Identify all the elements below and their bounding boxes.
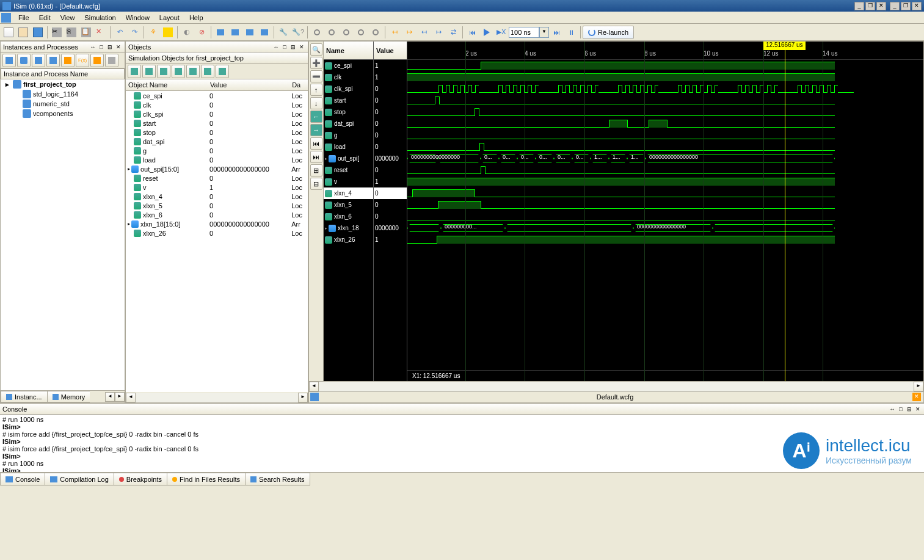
wave-tab-close-icon[interactable]: ✕ (912, 393, 921, 401)
object-row[interactable]: load0Loc (126, 155, 308, 164)
wave-hscroll-right[interactable]: ► (914, 382, 923, 391)
wave-signal-row[interactable] (407, 176, 923, 187)
run-time-dropdown[interactable]: ▼ (539, 27, 549, 38)
obj-btn-2[interactable] (142, 65, 156, 78)
inst-btn-2[interactable] (17, 54, 31, 67)
menu-window[interactable]: Window (121, 13, 155, 23)
new-button[interactable] (2, 26, 15, 39)
wave-name-header[interactable]: Name (324, 42, 373, 60)
wave-signal-value[interactable]: 1 (374, 176, 407, 187)
zoom-fit-button[interactable] (340, 26, 353, 39)
run-time-input[interactable] (509, 27, 539, 38)
tab-search-results[interactable]: Search Results (245, 473, 310, 485)
wave-signal-row[interactable] (407, 211, 923, 222)
wave-signal-name[interactable]: dat_spi (324, 118, 373, 129)
run-for-button[interactable]: ▶Ⅹ (495, 26, 508, 39)
open-button[interactable] (16, 26, 30, 39)
console-close-icon[interactable]: ✕ (914, 405, 922, 413)
obj-float-icon[interactable]: ↔ (272, 43, 280, 51)
wave-signal-row[interactable] (407, 60, 923, 71)
wave-ruler[interactable]: 12.516667 us 2 us4 us6 us8 us10 us12 us1… (407, 42, 923, 60)
object-row[interactable]: clk0Loc (126, 100, 308, 109)
wave-value-header[interactable]: Value (374, 42, 407, 60)
zoom-cursor-button[interactable] (354, 26, 368, 39)
wave-signal-value[interactable]: 0 (374, 164, 407, 176)
console-max-icon[interactable]: □ (897, 405, 904, 413)
tab-breakpoints[interactable]: Breakpoints (114, 473, 167, 485)
object-row[interactable]: g0Loc (126, 146, 308, 155)
wave-btn-search[interactable]: 🔍 (310, 43, 322, 56)
cancel-button[interactable]: ⊘ (195, 26, 208, 39)
obj-col-value[interactable]: Value (208, 79, 289, 90)
wave-signal-value[interactable]: 1 (374, 60, 407, 71)
object-row[interactable]: ▸xlxn_18[15:0]0000000000000000Arr (126, 219, 308, 228)
wave-btn-del[interactable]: ➖ (310, 70, 322, 82)
menu-view[interactable]: View (56, 13, 80, 23)
wave-tab-label[interactable]: Default.wcfg (320, 392, 910, 402)
step-button[interactable]: ⏭ (550, 26, 563, 39)
console-pin-icon[interactable]: ⊟ (906, 405, 913, 413)
wave-signal-row[interactable] (407, 234, 923, 245)
wave-signal-value[interactable]: 0 (374, 199, 407, 211)
wave-signal-value[interactable]: 0 (374, 83, 407, 95)
inst-btn-6[interactable]: F(x) (76, 54, 89, 67)
object-row[interactable]: xlxn_50Loc (126, 201, 308, 210)
wave-signal-row[interactable] (407, 95, 923, 106)
wave-btn-first[interactable]: ⏮ (310, 137, 322, 150)
copy-button[interactable]: ⎘ (65, 26, 78, 39)
obj-hscroll-right[interactable]: ► (298, 393, 308, 402)
wave-signal-value[interactable]: 0 (374, 141, 407, 153)
object-row[interactable]: reset0Loc (126, 173, 308, 183)
window-tile-button[interactable] (214, 26, 227, 39)
delete-button[interactable]: ✕ (94, 26, 107, 39)
tab-memory[interactable]: Memory (47, 391, 91, 402)
maximize-outer-button[interactable]: ❐ (901, 2, 911, 10)
instances-tree[interactable]: ▸ first_project_topstd_logic_1164numeric… (1, 79, 125, 390)
tab-instances[interactable]: Instanc... (1, 391, 48, 402)
console-output[interactable]: # run 1000 nsISim># isim force add {/fir… (0, 415, 924, 472)
wave-signal-row[interactable] (407, 106, 923, 118)
object-row[interactable]: stop0Loc (126, 128, 308, 137)
panel-close-icon[interactable]: ✕ (115, 43, 122, 51)
wave-signal-row[interactable] (407, 187, 923, 199)
minimize-outer-button[interactable]: _ (890, 2, 900, 10)
wave-canvas[interactable]: 12.516667 us 2 us4 us6 us8 us10 us12 us1… (407, 42, 923, 381)
inst-btn-7[interactable] (90, 54, 104, 67)
wave-signal-name[interactable]: ▸xlxn_18 (324, 222, 373, 234)
wave-signal-name[interactable]: xlxn_26 (324, 234, 373, 245)
wrench-button[interactable]: 🔧 (277, 26, 290, 39)
prev-edge-button[interactable]: ↤ (388, 26, 401, 39)
wave-btn-add[interactable]: ➕ (310, 57, 322, 69)
find-button[interactable]: ⚘ (147, 26, 160, 39)
object-row[interactable]: clk_spi0Loc (126, 109, 308, 118)
inst-btn-8[interactable] (105, 54, 118, 67)
close-button-inner[interactable]: ✕ (876, 2, 886, 10)
wave-signal-name[interactable]: xlxn_5 (324, 199, 373, 211)
inst-btn-3[interactable] (32, 54, 45, 67)
wave-signal-name[interactable]: reset (324, 164, 373, 176)
wave-signal-row[interactable] (407, 164, 923, 176)
cut-button[interactable]: ✂ (50, 26, 64, 39)
object-row[interactable]: ce_spi0Loc (126, 91, 308, 100)
wave-hscroll-left[interactable]: ◄ (309, 382, 319, 391)
paste-button[interactable]: 📋 (79, 26, 93, 39)
object-row[interactable]: xlxn_60Loc (126, 210, 308, 219)
instances-col-header[interactable]: Instance and Process Name (1, 68, 125, 79)
wave-signal-name[interactable]: stop (324, 106, 373, 118)
tab-console[interactable]: Console (0, 473, 45, 485)
tab-scroll-left[interactable]: ◄ (105, 392, 115, 402)
prev-marker-button[interactable]: ↤ (417, 26, 431, 39)
menu-simulation[interactable]: Simulation (79, 13, 120, 23)
pause-button[interactable]: ⏸ (564, 26, 578, 39)
instance-row[interactable]: ▸ first_project_top (1, 79, 125, 89)
zoom-in-button[interactable] (310, 26, 324, 39)
redo-button[interactable]: ↷ (128, 26, 141, 39)
wave-signal-value[interactable]: 1 (374, 71, 407, 83)
swap-marker-button[interactable]: ⇄ (446, 26, 460, 39)
wrench2-button[interactable]: 🔧? (291, 26, 305, 39)
wave-signal-name[interactable]: xlxn_4 (324, 187, 373, 199)
wave-marker-label[interactable]: 12.516667 us (763, 42, 806, 50)
obj-btn-6[interactable] (201, 65, 214, 78)
wave-signal-row[interactable] (407, 129, 923, 141)
save-button[interactable] (31, 26, 45, 39)
